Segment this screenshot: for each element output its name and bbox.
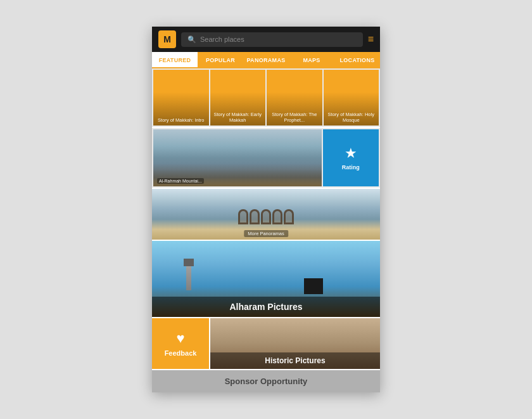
sponsor-bar[interactable]: Sponsor Opportunity <box>152 370 380 392</box>
more-panoramas-inner: More Panoramas <box>152 189 380 240</box>
arch-3 <box>261 209 271 224</box>
card-story-mosque[interactable]: Story of Makkah: Holy Mosque <box>324 70 379 126</box>
card-story-intro[interactable]: Story of Makkah: Intro <box>153 70 209 126</box>
tab-popular[interactable]: POPULAR <box>198 52 243 68</box>
feedback-box[interactable]: ♥ Feedback <box>152 318 209 369</box>
featured-cards-row: Story of Makkah: Intro Story of Makkah: … <box>152 68 380 127</box>
app-logo: M <box>158 30 176 48</box>
more-panoramas-section[interactable]: More Panoramas <box>152 189 380 240</box>
rating-box[interactable]: ★ Rating <box>323 129 379 186</box>
tab-featured[interactable]: FEATURED <box>152 52 198 68</box>
tab-panoramas[interactable]: PANORAMAS <box>243 52 289 68</box>
tab-maps[interactable]: MAPS <box>289 52 334 68</box>
historic-pictures-box[interactable]: Historic Pictures <box>210 318 380 369</box>
star-icon: ★ <box>345 145 357 162</box>
search-bar[interactable]: 🔍 Search places <box>181 32 363 47</box>
arch-1 <box>238 209 248 224</box>
panorama-label: Al-Rahmah Mountai... <box>157 178 204 184</box>
heart-icon: ♥ <box>176 330 184 347</box>
alharam-section[interactable]: Alharam Pictures <box>152 241 380 317</box>
content-area: Story of Makkah: Intro Story of Makkah: … <box>152 68 380 392</box>
tab-locations[interactable]: LOCATIONS <box>334 52 380 68</box>
arch-5 <box>284 209 294 224</box>
clock-tower-decoration <box>186 265 191 290</box>
nav-tabs: FEATURED POPULAR PANORAMAS MAPS LOCATION… <box>152 52 380 68</box>
card-story-prophet[interactable]: Story of Makkah: The Prophet... <box>267 70 322 126</box>
feedback-label: Feedback <box>165 349 197 357</box>
arch-4 <box>272 209 282 224</box>
phone-container: M 🔍 Search places ≡ FEATURED POPULAR PAN… <box>152 27 380 392</box>
historic-label: Historic Pictures <box>210 352 380 369</box>
panorama-section: Al-Rahmah Mountai... ★ Rating <box>152 128 380 188</box>
top-bar: M 🔍 Search places ≡ <box>152 27 380 52</box>
more-panoramas-label: More Panoramas <box>244 230 288 237</box>
bottom-section: ♥ Feedback Historic Pictures <box>152 318 380 369</box>
search-placeholder: Search places <box>200 35 244 43</box>
kaaba-decoration <box>304 278 323 294</box>
sponsor-label: Sponsor Opportunity <box>225 377 308 386</box>
rating-label: Rating <box>342 164 360 171</box>
search-icon: 🔍 <box>187 35 196 44</box>
filter-icon[interactable]: ≡ <box>368 34 374 45</box>
arch-2 <box>250 209 260 224</box>
panorama-image[interactable]: Al-Rahmah Mountai... <box>153 129 322 186</box>
arches-decoration <box>152 209 380 224</box>
alharam-label: Alharam Pictures <box>152 297 380 317</box>
card-story-early[interactable]: Story of Makkah: Early Makkah <box>210 70 266 126</box>
